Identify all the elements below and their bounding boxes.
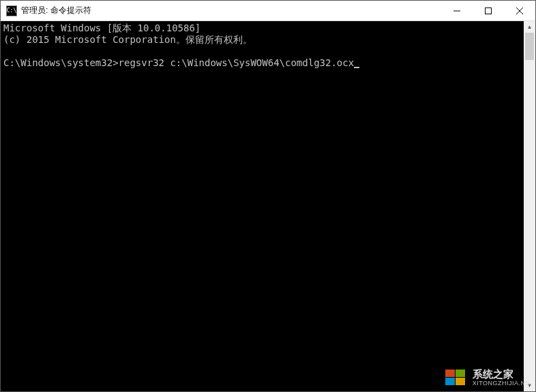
watermark: 系统之家 XITONGZHIJIA.NE	[444, 368, 530, 387]
console-output[interactable]: Microsoft Windows [版本 10.0.10586] (c) 20…	[1, 21, 524, 391]
scroll-thumb[interactable]	[525, 33, 534, 60]
watermark-logo-icon	[444, 368, 468, 387]
console-prompt: C:\Windows\system32>	[3, 57, 119, 68]
console-body: Microsoft Windows [版本 10.0.10586] (c) 20…	[1, 21, 535, 391]
cmd-icon-text: C:\	[7, 7, 16, 14]
minimize-icon	[453, 7, 460, 14]
console-line: (c) 2015 Microsoft Corporation。保留所有权利。	[3, 34, 252, 45]
watermark-text-group: 系统之家 XITONGZHIJIA.NE	[473, 369, 530, 387]
console-command: regsvr32 c:\Windows\SysWOW64\comdlg32.oc…	[119, 57, 355, 68]
minimize-button[interactable]	[441, 1, 473, 20]
window-title: 管理员: 命令提示符	[21, 5, 441, 16]
titlebar[interactable]: C:\ 管理员: 命令提示符	[1, 1, 535, 21]
close-button[interactable]	[504, 1, 535, 20]
cmd-window: C:\ 管理员: 命令提示符 Microsoft Windows [版本 10.…	[0, 0, 536, 392]
window-controls	[441, 1, 535, 20]
scroll-up-button[interactable]: ▲	[524, 21, 535, 33]
maximize-icon	[485, 7, 492, 14]
cursor	[354, 67, 359, 68]
maximize-button[interactable]	[473, 1, 504, 20]
watermark-title: 系统之家	[473, 369, 530, 380]
vertical-scrollbar[interactable]: ▲ ▼	[524, 21, 535, 391]
scroll-track[interactable]	[524, 33, 535, 380]
watermark-subtitle: XITONGZHIJIA.NE	[473, 380, 530, 387]
close-icon	[516, 7, 523, 14]
cmd-icon: C:\	[6, 5, 17, 16]
console-line: Microsoft Windows [版本 10.0.10586]	[3, 22, 200, 33]
svg-rect-1	[486, 7, 492, 14]
